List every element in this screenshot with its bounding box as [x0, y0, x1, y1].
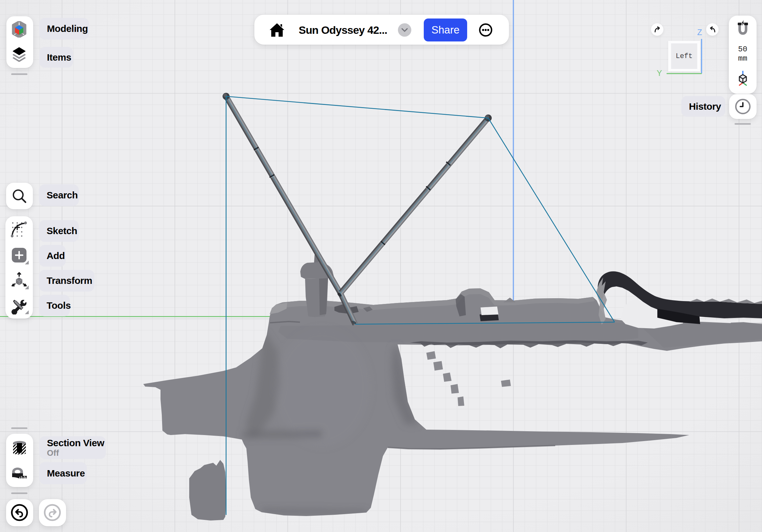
svg-text:Z: Z — [697, 28, 702, 37]
svg-text:Y: Y — [657, 69, 662, 77]
